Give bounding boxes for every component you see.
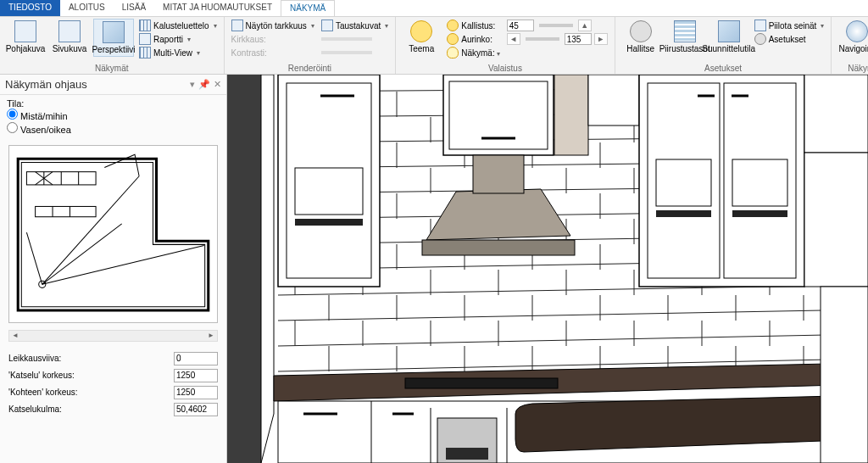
group-nakymat-label: Näkymät bbox=[5, 63, 219, 73]
svg-rect-147 bbox=[405, 378, 558, 388]
perspektiivi-button[interactable]: Perspektiivi bbox=[93, 19, 134, 57]
svg-line-10 bbox=[42, 176, 139, 284]
aurinko-left[interactable]: ◄ bbox=[507, 33, 520, 45]
svg-rect-145 bbox=[422, 240, 575, 255]
sidebar-pin-icon[interactable]: 📌 bbox=[198, 79, 210, 90]
wall-icon bbox=[754, 20, 766, 31]
perspective-icon bbox=[103, 21, 125, 43]
svg-rect-138 bbox=[732, 210, 787, 217]
svg-rect-144 bbox=[473, 155, 524, 193]
aset-label: Asetukset bbox=[769, 35, 806, 44]
aurinko-row: Aurinko: bbox=[445, 32, 501, 46]
opt-vasen-label: Vasen/oikea bbox=[20, 125, 71, 135]
navigointi-button[interactable]: Navigointi bbox=[837, 19, 868, 55]
group-valaistus: Teema Kallistus: Aurinko: Näkymä: 45 ▲ ◄… bbox=[396, 17, 615, 74]
scroll-right-icon[interactable]: ► bbox=[205, 331, 217, 341]
suunnittelutila-button[interactable]: Suunnittelutila bbox=[709, 19, 749, 55]
multiview-icon bbox=[139, 47, 151, 59]
aurinko-label: Aurinko: bbox=[461, 35, 492, 44]
kontrasti-row: Kontrasti: bbox=[230, 46, 316, 59]
nakyma-label[interactable]: Näkymä: bbox=[461, 48, 499, 58]
tila-section: Tila: Mistä/mihin Vasen/oikea bbox=[0, 95, 226, 140]
group-ohjaus: Navigointi Näkymän ohjaus bbox=[832, 17, 868, 74]
leikkausviiva-label: Leikkausviiva: bbox=[8, 354, 61, 363]
kallistus-up[interactable]: ▲ bbox=[578, 20, 592, 31]
aurinko-right[interactable]: ► bbox=[594, 33, 608, 45]
svg-rect-6 bbox=[36, 206, 96, 216]
opt-mista-radio[interactable] bbox=[7, 109, 18, 120]
theme-icon bbox=[410, 20, 432, 42]
taustakuvat-button[interactable]: Taustakuvat bbox=[320, 19, 390, 32]
katselukulma-input[interactable] bbox=[174, 403, 218, 416]
design-icon bbox=[718, 20, 740, 42]
bulb-icon bbox=[447, 47, 459, 59]
pohjakuva-button[interactable]: Pohjakuva bbox=[5, 19, 46, 55]
opt-mista[interactable]: Mistä/mihin bbox=[7, 109, 220, 122]
opt-vasen[interactable]: Vasen/oikea bbox=[7, 122, 220, 136]
background-icon bbox=[321, 20, 333, 31]
teema-button[interactable]: Teema bbox=[401, 19, 442, 55]
plan-icon bbox=[14, 20, 36, 42]
piilota-label: Piilota seinät bbox=[769, 21, 817, 31]
katselukulma-label: Katselukulma: bbox=[8, 404, 62, 414]
ribbon: Pohjakuva Sivukuva Perspektiivi Kalustel… bbox=[0, 17, 868, 75]
aurinko-slider[interactable] bbox=[526, 37, 559, 41]
nakyma-row: Näkymä: bbox=[445, 46, 501, 59]
side-icon bbox=[58, 20, 81, 42]
aurinko-value[interactable]: 135 bbox=[565, 33, 592, 45]
display-icon bbox=[231, 20, 243, 31]
kohteen-input[interactable] bbox=[174, 386, 218, 399]
sidebar-close-icon[interactable]: ✕ bbox=[214, 79, 221, 90]
opt-mista-label: Mistä/mihin bbox=[20, 111, 68, 121]
preview-scrollbar[interactable]: ◄ ► bbox=[8, 330, 218, 342]
kalusteluettelo-button[interactable]: Kalusteluettelo bbox=[137, 19, 219, 32]
report-icon bbox=[139, 33, 151, 45]
piilota-seinat-button[interactable]: Piilota seinät bbox=[753, 19, 826, 32]
svg-rect-137 bbox=[656, 210, 711, 217]
tab-nakyma[interactable]: NÄKYMÄ bbox=[281, 0, 335, 16]
scroll-left-icon[interactable]: ◄ bbox=[9, 331, 21, 341]
tab-bar: TIEDOSTO ALOITUS LISÄÄ MITAT JA HUOMAUTU… bbox=[0, 0, 868, 17]
kalusteluettelo-label: Kalusteluettelo bbox=[153, 21, 209, 31]
raportti-button[interactable]: Raportti bbox=[137, 32, 219, 46]
katselu-input[interactable] bbox=[174, 369, 218, 382]
leikkausviiva-input[interactable] bbox=[174, 352, 218, 365]
taustakuvat-label: Taustakuvat bbox=[336, 21, 381, 31]
plan-preview[interactable] bbox=[8, 145, 218, 323]
hallitse-label: Hallitse bbox=[626, 44, 654, 53]
teema-label: Teema bbox=[409, 44, 434, 53]
piirustustasot-button[interactable]: Piirustustasot bbox=[665, 19, 705, 55]
sun2-icon bbox=[447, 33, 459, 45]
aurinko-value-row: ◄ 135 ► bbox=[505, 32, 609, 46]
viewport-3d[interactable] bbox=[227, 75, 868, 463]
group-asetukset: Hallitse Piirustustasot Suunnittelutila … bbox=[615, 17, 832, 74]
kallistus-value[interactable]: 45 bbox=[507, 20, 534, 31]
svg-rect-141 bbox=[804, 75, 868, 153]
kallistus-slider[interactable] bbox=[539, 24, 573, 27]
sidebar: Näkymän ohjaus ▾ 📌 ✕ Tila: Mistä/mihin V… bbox=[0, 75, 227, 463]
nayton-tarkkuus-button[interactable]: Näytön tarkkuus bbox=[230, 19, 316, 32]
multiview-label: Multi-View bbox=[153, 48, 192, 58]
group-renderointi: Näytön tarkkuus Kirkkaus: Kontrasti: Tau… bbox=[225, 17, 397, 74]
nayton-label: Näytön tarkkuus bbox=[246, 21, 307, 31]
svg-rect-153 bbox=[446, 448, 488, 460]
svg-rect-156 bbox=[821, 287, 868, 463]
tab-file[interactable]: TIEDOSTO bbox=[0, 0, 60, 16]
sivukuva-button[interactable]: Sivukuva bbox=[49, 19, 90, 55]
sidebar-dropdown-icon[interactable]: ▾ bbox=[190, 79, 195, 90]
svg-rect-131 bbox=[588, 75, 639, 126]
tab-mitat[interactable]: MITAT JA HUOMAUTUKSET bbox=[154, 0, 281, 16]
gear-icon bbox=[630, 20, 652, 42]
fields-section: Leikkausviiva: 'Katselu' korkeus: 'Kohte… bbox=[0, 343, 226, 425]
asetukset-button[interactable]: Asetukset bbox=[753, 32, 826, 46]
list-icon bbox=[139, 20, 151, 31]
opt-vasen-radio[interactable] bbox=[7, 122, 18, 133]
tab-lisaa[interactable]: LISÄÄ bbox=[114, 0, 154, 16]
kontrasti-label: Kontrasti: bbox=[231, 48, 267, 58]
group-asetukset-label: Asetukset bbox=[620, 63, 826, 73]
multiview-button[interactable]: Multi-View bbox=[137, 46, 219, 59]
svg-rect-135 bbox=[656, 159, 711, 206]
hallitse-button[interactable]: Hallitse bbox=[620, 19, 661, 55]
tab-aloitus[interactable]: ALOITUS bbox=[60, 0, 114, 16]
group-renderointi-label: Renderöinti bbox=[230, 63, 391, 73]
